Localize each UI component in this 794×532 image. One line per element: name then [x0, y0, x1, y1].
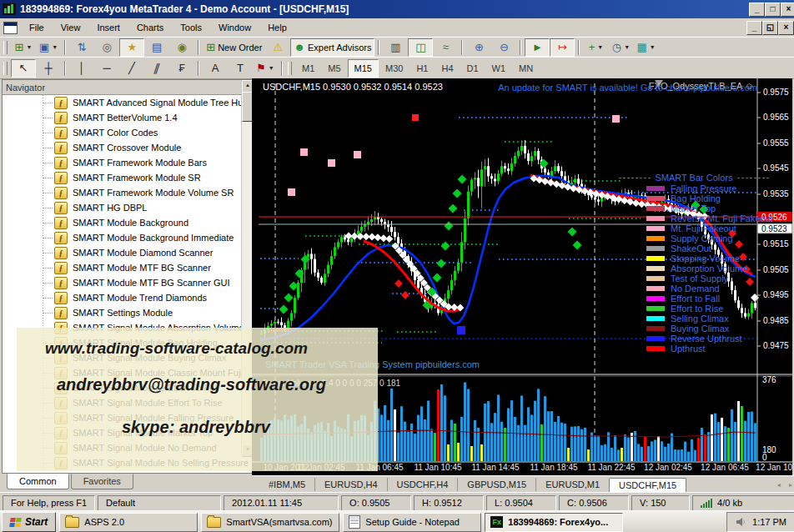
- market-watch-button[interactable]: ⇅: [69, 38, 94, 57]
- bar-volume[interactable]: V: 150: [631, 495, 690, 511]
- nav-item-smart-advanced-signal-module-tree-hugging[interactable]: ƒSMART Advanced Signal Module Tree Huggi…: [3, 95, 253, 110]
- nav-item-smart-module-mtf-bg-scanner-gui[interactable]: ƒSMART Module MTF BG Scanner GUI: [3, 275, 253, 290]
- timeframe-m1[interactable]: M1: [295, 59, 321, 78]
- menu-item-file[interactable]: File: [21, 20, 53, 35]
- metaeditor-button[interactable]: ⚠: [265, 38, 290, 57]
- equidistant-channel-button[interactable]: ∥: [144, 59, 169, 78]
- expert-advisors-button[interactable]: ☻Expert Advisors: [290, 38, 374, 57]
- new-order-button[interactable]: ⊞New Order: [203, 38, 265, 57]
- line-chart-button[interactable]: ≈: [433, 38, 458, 57]
- connection-status[interactable]: 4/0 kb: [692, 495, 794, 511]
- nav-item-smart-settings-module[interactable]: ƒSMART Settings Module: [3, 305, 253, 320]
- taskbar-button-smartvsa-smartvsa-com[interactable]: SmartVSA(smartvsa.com): [201, 513, 339, 532]
- nav-item-smart-framework-module-sr[interactable]: ƒSMART Framework Module SR: [3, 170, 253, 185]
- chart-tab-gbpusd-m15[interactable]: GBPUSD,M15: [457, 478, 535, 491]
- chart-tab-eurusd-h4[interactable]: EURUSD,H4: [314, 478, 387, 491]
- mdi-close-button[interactable]: ×: [778, 21, 794, 35]
- new-chart-button[interactable]: ⊞▼: [11, 38, 36, 57]
- candlestick-button[interactable]: ◫: [408, 38, 433, 57]
- data-window-button[interactable]: ◎: [94, 38, 119, 57]
- indicator-icon: ƒ: [54, 172, 68, 184]
- menu-item-charts[interactable]: Charts: [128, 20, 172, 35]
- fibonacci-button[interactable]: ₣: [169, 59, 194, 78]
- nav-item-smart-module-diamond-scanner[interactable]: ƒSMART Module Diamond Scanner: [3, 245, 253, 260]
- navigator-tab-common[interactable]: Common: [7, 474, 69, 489]
- start-label: Start: [25, 516, 48, 528]
- auto-scroll-button[interactable]: ►: [525, 38, 550, 57]
- nav-item-label: SMART Advanced Signal Module Tree Huggin…: [73, 98, 253, 108]
- tab-scroll-arrows[interactable]: ◂ ▸: [777, 481, 794, 489]
- text-button[interactable]: A: [203, 59, 228, 78]
- bar-low[interactable]: L: 0.9504: [486, 495, 556, 511]
- mdi-restore-button[interactable]: ◱: [762, 21, 778, 35]
- bar-open[interactable]: O: 0.9505: [341, 495, 411, 511]
- toolbar-grip[interactable]: [3, 62, 8, 75]
- bar-time[interactable]: 2012.01.11 11:45: [224, 495, 339, 511]
- horizontal-line-button[interactable]: ─: [94, 59, 119, 78]
- timeframe-mn[interactable]: MN: [512, 59, 540, 78]
- timeframe-m30[interactable]: M30: [379, 59, 410, 78]
- minimize-button[interactable]: _: [749, 3, 765, 17]
- mdi-minimize-button[interactable]: _: [746, 21, 762, 35]
- chart-tab-usdchf-h4[interactable]: USDCHF,H4: [387, 478, 458, 491]
- chart-tab-usdchf-m15[interactable]: USDCHF,M15: [609, 478, 686, 493]
- terminal-button[interactable]: ▤: [144, 38, 169, 57]
- speaker-icon[interactable]: [736, 517, 746, 527]
- bar-chart-button[interactable]: ▥: [383, 38, 408, 57]
- timeframe-d1[interactable]: D1: [460, 59, 485, 78]
- timeframe-w1[interactable]: W1: [485, 59, 513, 78]
- profiles-button[interactable]: ▣▼: [36, 38, 61, 57]
- timeframe-m5[interactable]: M5: [321, 59, 347, 78]
- nav-item-smart-crossover-module[interactable]: ƒSMART Crossover Module: [3, 140, 253, 155]
- zoom-out-button[interactable]: ⊖: [491, 38, 516, 57]
- chart-tab-ibm-m5[interactable]: #IBM,M5: [259, 478, 314, 491]
- menu-item-help[interactable]: Help: [259, 20, 295, 35]
- text-label-button[interactable]: T: [228, 59, 253, 78]
- nav-item-smart-module-mtf-bg-scanner[interactable]: ƒSMART Module MTF BG Scanner: [3, 260, 253, 275]
- timeframe-h1[interactable]: H1: [410, 59, 435, 78]
- chart-tab-eurusd-m1[interactable]: EURUSD,M1: [535, 478, 609, 491]
- taskbar-button-asps-2-0[interactable]: ASPS 2.0: [59, 513, 198, 532]
- nav-item-smart-hg-dbpl[interactable]: ƒSMART HG DBPL: [3, 200, 253, 215]
- nav-item-smart-color-codes[interactable]: ƒSMART Color Codes: [3, 125, 253, 140]
- profile[interactable]: Default: [98, 495, 221, 511]
- taskbar-button-setup-guide-notepad[interactable]: Setup Guide - Notepad: [343, 513, 481, 532]
- candlestick-icon: ◫: [415, 41, 425, 53]
- vertical-line-button[interactable]: │: [69, 59, 94, 78]
- arrows-button[interactable]: ⚑▼: [253, 59, 278, 78]
- periods-button[interactable]: ◷▼: [608, 38, 633, 57]
- nav-item-smart-framework-module-volume-sr[interactable]: ƒSMART Framework Module Volume SR: [3, 185, 253, 200]
- menu-item-tools[interactable]: Tools: [172, 20, 210, 35]
- svg-text:0.9565: 0.9565: [763, 113, 789, 122]
- templates-button[interactable]: ▦▼: [633, 38, 658, 57]
- crosshair-button[interactable]: ┼: [36, 59, 61, 78]
- nav-item-smart-module-background[interactable]: ƒSMART Module Background: [3, 215, 253, 230]
- toolbar-grip[interactable]: [3, 41, 8, 54]
- cursor-button[interactable]: ↖: [11, 59, 36, 78]
- taskbar-button-183994869-forex4yo[interactable]: Fx183994869: Forex4yo...: [485, 513, 623, 532]
- timeframe-h4[interactable]: H4: [435, 59, 460, 78]
- nav-item-smart-bettervolume-1-4[interactable]: ƒSMART BetterVolume 1.4: [3, 110, 253, 125]
- navigator-header[interactable]: Navigator ×: [3, 80, 253, 95]
- profile-text: Default: [106, 498, 135, 508]
- trendline-button[interactable]: ╱: [119, 59, 144, 78]
- navigator-button[interactable]: ★: [119, 38, 144, 57]
- menu-item-insert[interactable]: Insert: [88, 20, 128, 35]
- bar-high[interactable]: H: 0.9512: [414, 495, 484, 511]
- nav-item-smart-framework-module-bars[interactable]: ƒSMART Framework Module Bars: [3, 155, 253, 170]
- start-button[interactable]: Start: [2, 512, 56, 532]
- chart-shift-button[interactable]: ↦: [550, 38, 575, 57]
- menu-item-window[interactable]: Window: [210, 20, 259, 35]
- toolbar-grip[interactable]: [288, 62, 292, 75]
- nav-item-smart-module-trend-diamonds[interactable]: ƒSMART Module Trend Diamonds: [3, 290, 253, 305]
- maximize-button[interactable]: □: [765, 3, 781, 17]
- nav-item-smart-module-background-immediate[interactable]: ƒSMART Module Background Immediate: [3, 230, 253, 245]
- zoom-in-button[interactable]: ⊕: [466, 38, 491, 57]
- menu-item-view[interactable]: View: [53, 20, 89, 35]
- strategy-tester-button[interactable]: ◉: [169, 38, 194, 57]
- bar-close[interactable]: C: 0.9506: [559, 495, 629, 511]
- timeframe-m15[interactable]: M15: [348, 59, 379, 78]
- navigator-tab-favorites[interactable]: Favorites: [71, 474, 133, 489]
- indicators-button[interactable]: +▼: [583, 38, 608, 57]
- close-button[interactable]: ×: [781, 3, 794, 17]
